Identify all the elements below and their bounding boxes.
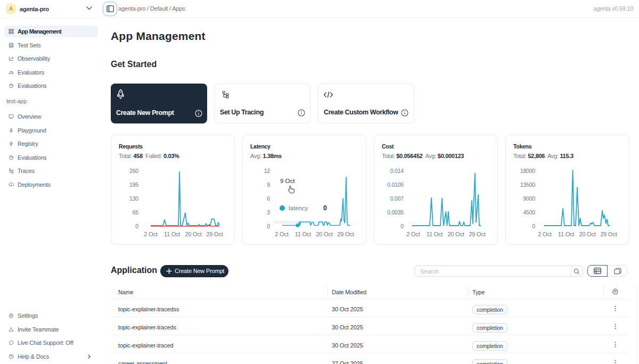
svg-text:0.014: 0.014 — [390, 168, 404, 174]
svg-text:11 Oct: 11 Oct — [427, 231, 443, 237]
svg-text:18000: 18000 — [520, 168, 536, 174]
svg-text:4500: 4500 — [523, 209, 535, 216]
svg-text:2 Oct: 2 Oct — [275, 231, 288, 237]
svg-text:3: 3 — [267, 209, 270, 216]
svg-text:0.007: 0.007 — [390, 195, 404, 202]
svg-text:0: 0 — [267, 223, 270, 229]
svg-text:20 Oct: 20 Oct — [185, 231, 201, 237]
svg-text:260: 260 — [129, 168, 138, 174]
svg-text:65: 65 — [133, 209, 139, 216]
svg-text:29 Oct: 29 Oct — [206, 231, 223, 237]
svg-text:0: 0 — [400, 223, 404, 229]
svg-text:11 Oct: 11 Oct — [558, 231, 575, 237]
svg-text:6: 6 — [267, 195, 270, 202]
svg-text:2 Oct: 2 Oct — [538, 231, 551, 237]
svg-text:11 Oct: 11 Oct — [164, 231, 181, 237]
svg-text:20 Oct: 20 Oct — [316, 231, 332, 237]
svg-text:12: 12 — [264, 168, 271, 174]
svg-text:13500: 13500 — [520, 181, 536, 188]
svg-text:11 Oct: 11 Oct — [295, 231, 312, 237]
svg-text:2 Oct: 2 Oct — [406, 231, 420, 237]
svg-text:29 Oct: 29 Oct — [469, 231, 485, 237]
svg-text:29 Oct: 29 Oct — [600, 231, 617, 237]
svg-text:0.0035: 0.0035 — [387, 209, 404, 216]
svg-text:0.0105: 0.0105 — [387, 181, 404, 188]
svg-text:0: 0 — [532, 223, 535, 229]
svg-text:29 Oct: 29 Oct — [337, 231, 354, 237]
svg-text:20 Oct: 20 Oct — [579, 231, 595, 237]
svg-text:195: 195 — [129, 181, 138, 188]
svg-text:0: 0 — [135, 223, 138, 229]
svg-text:9: 9 — [267, 181, 270, 188]
svg-text:130: 130 — [129, 195, 138, 202]
svg-text:9000: 9000 — [523, 195, 535, 202]
svg-text:2 Oct: 2 Oct — [144, 231, 157, 237]
svg-text:20 Oct: 20 Oct — [447, 231, 464, 237]
